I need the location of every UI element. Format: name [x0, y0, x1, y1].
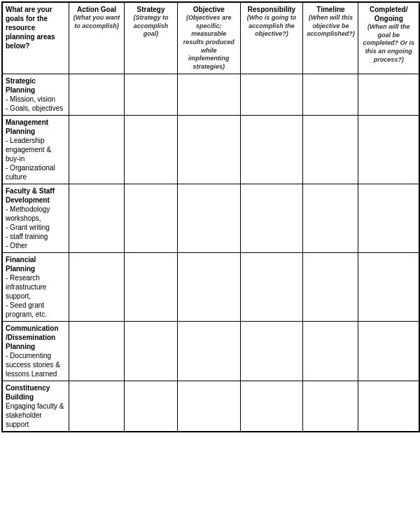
cell-management-planning-col-4[interactable] [303, 115, 358, 184]
cell-communication-col-0[interactable] [69, 321, 124, 381]
row-header-strategic-planning: Strategic Planning- Mission, vision- Goa… [3, 74, 69, 115]
cell-constituency-col-0[interactable] [69, 381, 124, 431]
cell-faculty-staff-col-0[interactable] [69, 184, 124, 252]
table-row-management-planning: Management Planning- Leadership engageme… [3, 115, 419, 184]
cell-constituency-col-3[interactable] [240, 381, 303, 431]
cell-strategic-planning-col-4[interactable] [303, 74, 358, 115]
cell-faculty-staff-col-4[interactable] [303, 184, 358, 252]
cell-faculty-staff-col-2[interactable] [178, 184, 241, 252]
cell-communication-col-4[interactable] [303, 321, 358, 381]
col-header-objective: Objective (Objectives are specific; meas… [178, 3, 241, 74]
cell-strategic-planning-col-1[interactable] [125, 74, 178, 115]
cell-strategic-planning-col-2[interactable] [178, 74, 241, 115]
resource-planning-table: What are your goals for the resource pla… [2, 2, 419, 432]
cell-faculty-staff-col-1[interactable] [125, 184, 178, 252]
cell-communication-col-3[interactable] [240, 321, 303, 381]
row-header-management-planning: Management Planning- Leadership engageme… [3, 115, 69, 184]
cell-strategic-planning-col-3[interactable] [240, 74, 303, 115]
table-row-financial-planning: Financial Planning- Research infrastruct… [3, 252, 419, 321]
cell-constituency-col-4[interactable] [303, 381, 358, 431]
col-header-strategy: Strategy (Strategy to accomplish goal) [125, 3, 178, 74]
row-header-faculty-staff: Faculty & Staff Development- Methodology… [3, 184, 69, 252]
cell-financial-planning-col-2[interactable] [178, 252, 241, 321]
cell-financial-planning-col-1[interactable] [125, 252, 178, 321]
cell-financial-planning-col-5[interactable] [358, 252, 419, 321]
cell-financial-planning-col-3[interactable] [240, 252, 303, 321]
cell-management-planning-col-3[interactable] [240, 115, 303, 184]
cell-management-planning-col-1[interactable] [125, 115, 178, 184]
cell-strategic-planning-col-5[interactable] [358, 74, 419, 115]
cell-financial-planning-col-0[interactable] [69, 252, 124, 321]
cell-constituency-col-1[interactable] [125, 381, 178, 431]
cell-constituency-col-5[interactable] [358, 381, 419, 431]
col-header-timeline: Timeline (When will this objective be ac… [303, 3, 358, 74]
cell-strategic-planning-col-0[interactable] [69, 74, 124, 115]
col-header-row-label: What are your goals for the resource pla… [3, 3, 69, 74]
cell-communication-col-5[interactable] [358, 321, 419, 381]
table-row-faculty-staff: Faculty & Staff Development- Methodology… [3, 184, 419, 252]
row-header-financial-planning: Financial Planning- Research infrastruct… [3, 252, 69, 321]
row-header-constituency: Constituency BuildingEngaging faculty & … [3, 381, 69, 431]
col-header-responsibility: Responsibility (Who is going to accompli… [240, 3, 303, 74]
planning-table-wrapper: What are your goals for the resource pla… [1, 1, 420, 432]
cell-financial-planning-col-4[interactable] [303, 252, 358, 321]
row-header-communication: Communication /Dissemination Planning- D… [3, 321, 69, 381]
table-row-constituency: Constituency BuildingEngaging faculty & … [3, 381, 419, 431]
cell-communication-col-2[interactable] [178, 321, 241, 381]
table-row-strategic-planning: Strategic Planning- Mission, vision- Goa… [3, 74, 419, 115]
cell-management-planning-col-5[interactable] [358, 115, 419, 184]
cell-management-planning-col-2[interactable] [178, 115, 241, 184]
cell-communication-col-1[interactable] [125, 321, 178, 381]
cell-faculty-staff-col-5[interactable] [358, 184, 419, 252]
table-row-communication: Communication /Dissemination Planning- D… [3, 321, 419, 381]
cell-management-planning-col-0[interactable] [69, 115, 124, 184]
cell-faculty-staff-col-3[interactable] [240, 184, 303, 252]
col-header-completed: Completed/ Ongoing (When will the goal b… [358, 3, 419, 74]
cell-constituency-col-2[interactable] [178, 381, 241, 431]
col-header-action-goal: Action Goal (What you want to accomplish… [69, 3, 124, 74]
